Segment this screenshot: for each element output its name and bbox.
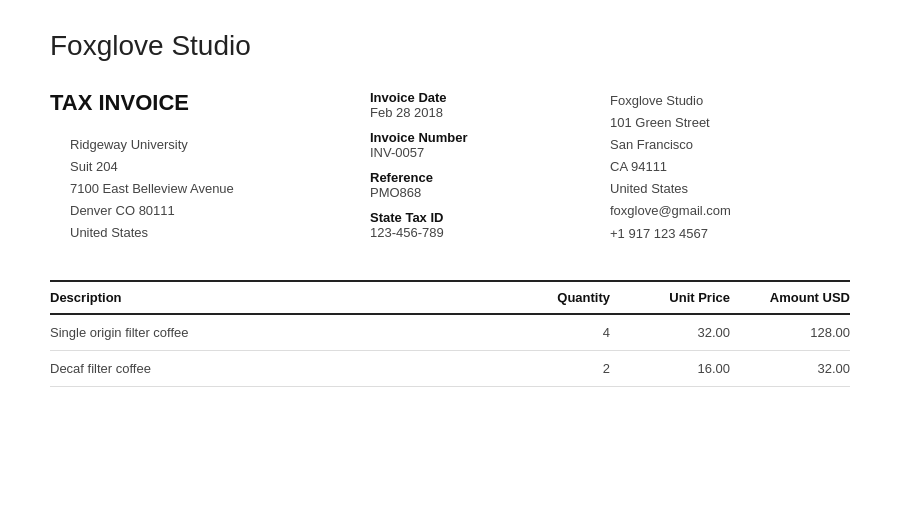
- row-quantity: 2: [490, 351, 610, 387]
- table-row: Single origin filter coffee 4 32.00 128.…: [50, 314, 850, 351]
- row-unit-price: 32.00: [610, 314, 730, 351]
- meta-number-group: Invoice Number INV-0057: [370, 130, 570, 160]
- company-state-zip: CA 94111: [610, 156, 810, 178]
- invoice-table-header: Description Quantity Unit Price Amount U…: [50, 281, 850, 314]
- row-description: Decaf filter coffee: [50, 351, 490, 387]
- meta-reference-group: Reference PMO868: [370, 170, 570, 200]
- invoice-meta: Invoice Date Feb 28 2018 Invoice Number …: [370, 90, 570, 250]
- app-title: Foxglove Studio: [50, 30, 850, 62]
- row-unit-price: 16.00: [610, 351, 730, 387]
- row-quantity: 4: [490, 314, 610, 351]
- company-email: foxglove@gmail.com: [610, 200, 810, 222]
- col-header-amount: Amount USD: [730, 281, 850, 314]
- meta-reference-label: Reference: [370, 170, 570, 185]
- bill-to-line5: United States: [70, 222, 330, 244]
- company-name: Foxglove Studio: [610, 90, 810, 112]
- meta-taxid-group: State Tax ID 123-456-789: [370, 210, 570, 240]
- meta-date-value: Feb 28 2018: [370, 105, 570, 120]
- invoice-title: TAX INVOICE: [50, 90, 330, 116]
- row-amount: 128.00: [730, 314, 850, 351]
- col-header-description: Description: [50, 281, 490, 314]
- invoice-table: Description Quantity Unit Price Amount U…: [50, 280, 850, 387]
- bill-to-line3: 7100 East Belleview Avenue: [70, 178, 330, 200]
- meta-date-label: Invoice Date: [370, 90, 570, 105]
- col-header-quantity: Quantity: [490, 281, 610, 314]
- meta-taxid-label: State Tax ID: [370, 210, 570, 225]
- meta-number-value: INV-0057: [370, 145, 570, 160]
- bill-to-line2: Suit 204: [70, 156, 330, 178]
- invoice-title-section: TAX INVOICE Ridgeway University Suit 204…: [50, 90, 330, 250]
- row-amount: 32.00: [730, 351, 850, 387]
- col-header-unit-price: Unit Price: [610, 281, 730, 314]
- meta-number-label: Invoice Number: [370, 130, 570, 145]
- invoice-table-body: Single origin filter coffee 4 32.00 128.…: [50, 314, 850, 387]
- invoice-header: TAX INVOICE Ridgeway University Suit 204…: [50, 90, 850, 250]
- company-city: San Francisco: [610, 134, 810, 156]
- meta-date-group: Invoice Date Feb 28 2018: [370, 90, 570, 120]
- table-row: Decaf filter coffee 2 16.00 32.00: [50, 351, 850, 387]
- meta-taxid-value: 123-456-789: [370, 225, 570, 240]
- meta-reference-value: PMO868: [370, 185, 570, 200]
- row-description: Single origin filter coffee: [50, 314, 490, 351]
- bill-to-address: Ridgeway University Suit 204 7100 East B…: [50, 134, 330, 244]
- bill-to-line1: Ridgeway University: [70, 134, 330, 156]
- company-phone: +1 917 123 4567: [610, 223, 810, 245]
- company-country: United States: [610, 178, 810, 200]
- company-info: Foxglove Studio 101 Green Street San Fra…: [610, 90, 810, 250]
- bill-to-line4: Denver CO 80111: [70, 200, 330, 222]
- company-street: 101 Green Street: [610, 112, 810, 134]
